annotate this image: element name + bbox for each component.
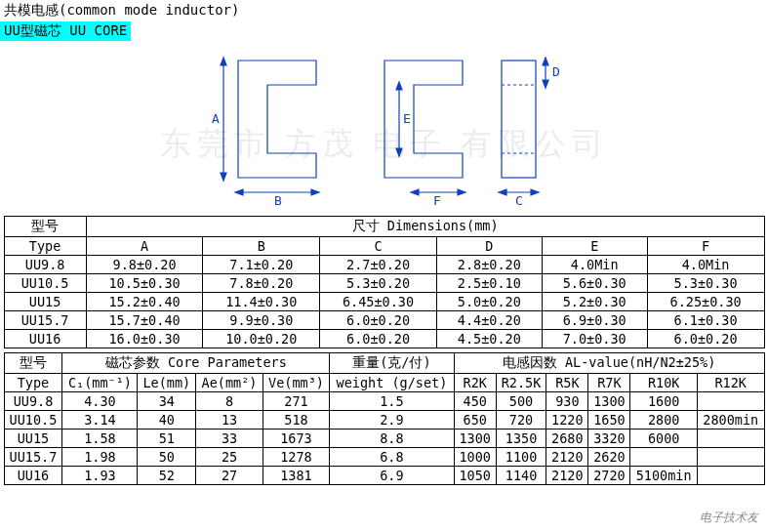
- table-cell: 4.30: [62, 392, 138, 411]
- table-cell: 6.45±0.30: [320, 293, 437, 311]
- table-cell: 4.0Min: [542, 256, 647, 274]
- table-cell: 6.8: [330, 448, 455, 467]
- table-cell: UU15.7: [4, 311, 86, 330]
- table-cell: 5.0±0.20: [436, 293, 542, 311]
- table-row: UU15.71.98502512786.81000110021202620: [4, 448, 764, 467]
- watermark-text: 东莞市 方茂 电子 有限公司: [0, 123, 768, 166]
- table-cell: 1.5: [330, 392, 455, 411]
- table-cell: 7.1±0.20: [203, 256, 320, 274]
- table-cell: 5.3±0.20: [320, 274, 437, 293]
- table-row: UU9.84.303482711.545050093013001600: [4, 392, 764, 411]
- table-cell: UU9.8: [4, 392, 62, 411]
- t1-col: C: [320, 237, 437, 256]
- t2-al-header: 电感因数 AL-value(nH/N2±25%): [454, 353, 764, 374]
- t1-col: B: [203, 237, 320, 256]
- table-cell: 4.0Min: [647, 256, 764, 274]
- table-cell: 10.0±0.20: [203, 330, 320, 348]
- table-cell: 1673: [263, 430, 329, 448]
- table-cell: 10.5±0.30: [86, 274, 203, 293]
- table-cell: 271: [263, 392, 329, 411]
- table-cell: 2120: [546, 467, 588, 485]
- table-cell: 2.5±0.10: [436, 274, 542, 293]
- table-cell: 27: [196, 467, 263, 485]
- table-cell: 11.4±0.30: [203, 293, 320, 311]
- t1-type-header-en: Type: [4, 237, 86, 256]
- table-cell: 15.7±0.40: [86, 311, 203, 330]
- t2-core-col: Ve(mm³): [263, 374, 329, 392]
- table-cell: 500: [496, 392, 546, 411]
- table-cell: 4.4±0.20: [436, 311, 542, 330]
- table-row: UU1616.0±0.3010.0±0.206.0±0.204.5±0.207.…: [4, 330, 764, 348]
- table-cell: 2720: [588, 467, 630, 485]
- table-cell: 7.0±0.30: [542, 330, 647, 348]
- table-cell: 15.2±0.40: [86, 293, 203, 311]
- table-cell: UU15: [4, 293, 86, 311]
- table-cell: [630, 448, 697, 467]
- t2-type-header-en: Type: [4, 374, 62, 392]
- t2-al-col: R12K: [697, 374, 764, 392]
- table-cell: 6.0±0.20: [320, 311, 437, 330]
- table-cell: 6.25±0.30: [647, 293, 764, 311]
- table-cell: 2620: [588, 448, 630, 467]
- table-cell: 8: [196, 392, 263, 411]
- table-cell: 930: [546, 392, 588, 411]
- table-cell: 1000: [454, 448, 496, 467]
- table-cell: 450: [454, 392, 496, 411]
- parameters-table: 型号 磁芯参数 Core Parameters 重量(克/付) 电感因数 AL-…: [4, 352, 765, 485]
- table-cell: 1220: [546, 411, 588, 430]
- table-cell: UU10.5: [4, 274, 86, 293]
- table-cell: 2120: [546, 448, 588, 467]
- t2-core-col: Le(mm): [138, 374, 196, 392]
- table-cell: UU16: [4, 330, 86, 348]
- table-cell: 6.1±0.30: [647, 311, 764, 330]
- table-cell: 16.0±0.30: [86, 330, 203, 348]
- t1-col: F: [647, 237, 764, 256]
- table-row: UU1515.2±0.4011.4±0.306.45±0.305.0±0.205…: [4, 293, 764, 311]
- table-cell: 1300: [588, 392, 630, 411]
- table-cell: 13: [196, 411, 263, 430]
- table-cell: UU10.5: [4, 411, 62, 430]
- table-row: UU10.53.1440135182.965072012201650280028…: [4, 411, 764, 430]
- table-cell: 6.9: [330, 467, 455, 485]
- t1-type-header-cn: 型号: [4, 217, 86, 237]
- t2-al-col: R5K: [546, 374, 588, 392]
- section-subtitle: UU型磁芯 UU CORE: [0, 21, 131, 41]
- table-cell: 2800: [630, 411, 697, 430]
- t1-dim-header: 尺寸 Dimensions(mm): [86, 217, 764, 237]
- table-cell: 6.0±0.20: [320, 330, 437, 348]
- table-cell: 1.98: [62, 448, 138, 467]
- table-cell: 518: [263, 411, 329, 430]
- table-cell: 40: [138, 411, 196, 430]
- table-cell: 9.8±0.20: [86, 256, 203, 274]
- table-cell: 720: [496, 411, 546, 430]
- table-cell: 1381: [263, 467, 329, 485]
- t2-type-header-cn: 型号: [4, 353, 62, 374]
- table-row: UU151.58513316738.813001350268033206000: [4, 430, 764, 448]
- table-cell: 1050: [454, 467, 496, 485]
- table-cell: 650: [454, 411, 496, 430]
- table-cell: 1100: [496, 448, 546, 467]
- dim-c: C: [515, 193, 523, 207]
- table-cell: 5100min: [630, 467, 697, 485]
- table-row: UU10.510.5±0.307.8±0.205.3±0.202.5±0.105…: [4, 274, 764, 293]
- table-cell: 6.9±0.30: [542, 311, 647, 330]
- t2-core-col: C₁(mm⁻¹): [62, 374, 138, 392]
- core-diagram: 东莞市 方茂 电子 有限公司: [0, 41, 768, 212]
- table-cell: 2680: [546, 430, 588, 448]
- t2-weight-header-cn: 重量(克/付): [330, 353, 455, 374]
- table-cell: 1600: [630, 392, 697, 411]
- dim-b: B: [274, 193, 282, 207]
- table-cell: 5.3±0.30: [647, 274, 764, 293]
- table-cell: 5.6±0.30: [542, 274, 647, 293]
- table-cell: 9.9±0.30: [203, 311, 320, 330]
- table-cell: 2.9: [330, 411, 455, 430]
- table-cell: 6.0±0.20: [647, 330, 764, 348]
- dim-d: D: [552, 64, 560, 79]
- table-cell: 2.7±0.20: [320, 256, 437, 274]
- table-cell: 51: [138, 430, 196, 448]
- table-cell: 1350: [496, 430, 546, 448]
- dimensions-table: 型号 尺寸 Dimensions(mm) Type A B C D E F UU…: [4, 216, 765, 348]
- table-row: UU15.715.7±0.409.9±0.306.0±0.204.4±0.206…: [4, 311, 764, 330]
- table-cell: 6000: [630, 430, 697, 448]
- table-cell: UU15.7: [4, 448, 62, 467]
